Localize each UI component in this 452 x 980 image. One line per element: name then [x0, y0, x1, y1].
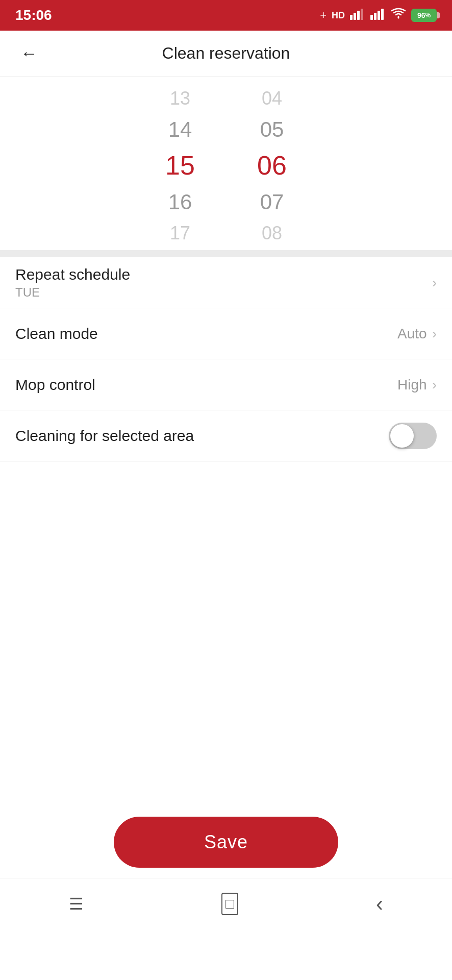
settings-item-clean-mode[interactable]: Clean mode Auto › — [0, 308, 452, 359]
mop-control-label: Mop control — [15, 376, 95, 394]
minute-item-4[interactable]: 08 — [252, 222, 292, 246]
svg-rect-0 — [350, 15, 353, 20]
hour-item-4[interactable]: 17 — [160, 222, 200, 246]
mop-control-chevron-icon: › — [432, 377, 437, 393]
hour-column[interactable]: 13 14 15 16 17 — [160, 87, 200, 245]
svg-rect-1 — [354, 13, 356, 20]
mop-control-right: High › — [397, 377, 437, 393]
signal-icon-1 — [350, 8, 365, 23]
clean-mode-right: Auto › — [397, 326, 437, 342]
menu-nav-icon[interactable]: ☰ — [69, 894, 84, 914]
settings-item-mop-control[interactable]: Mop control High › — [0, 359, 452, 410]
main-content: ← Clean reservation 13 14 15 16 17 04 05… — [0, 31, 452, 929]
svg-rect-4 — [370, 15, 373, 20]
hour-item-2[interactable]: 15 — [160, 149, 200, 183]
bluetooth-icon: + — [320, 9, 327, 22]
clean-mode-value: Auto — [397, 326, 427, 342]
cleaning-area-toggle[interactable] — [389, 423, 437, 449]
mop-control-value: High — [397, 377, 427, 393]
clean-mode-chevron-icon: › — [432, 326, 437, 342]
header: ← Clean reservation — [0, 31, 452, 77]
repeat-schedule-right: › — [432, 275, 437, 291]
page-title: Clean reservation — [162, 44, 290, 63]
time-picker[interactable]: 13 14 15 16 17 04 05 06 07 08 — [0, 77, 452, 251]
signal-icon-2 — [370, 8, 386, 23]
svg-rect-6 — [378, 11, 380, 20]
repeat-schedule-label: Repeat schedule — [15, 266, 130, 283]
wifi-icon — [391, 8, 406, 23]
settings-list: Repeat schedule TUE › Clean mode Auto › … — [0, 257, 452, 461]
status-time: 15:06 — [15, 7, 52, 23]
save-button-container: Save — [114, 817, 338, 868]
save-button[interactable]: Save — [114, 817, 338, 868]
settings-item-repeat-schedule[interactable]: Repeat schedule TUE › — [0, 257, 452, 308]
section-divider — [0, 251, 452, 257]
svg-rect-7 — [381, 9, 384, 20]
status-icons: + HD — [320, 8, 437, 23]
minute-item-2[interactable]: 06 — [252, 149, 292, 183]
chevron-right-icon: › — [432, 275, 437, 291]
minute-column[interactable]: 04 05 06 07 08 — [252, 87, 292, 245]
back-arrow-icon: ← — [20, 43, 38, 63]
status-bar: 15:06 + HD — [0, 0, 452, 31]
minute-item-3[interactable]: 07 — [252, 188, 292, 216]
minute-item-1[interactable]: 05 — [252, 116, 292, 144]
back-nav-icon[interactable]: ‹ — [376, 892, 383, 916]
hour-item-3[interactable]: 16 — [160, 188, 200, 216]
cleaning-area-label: Cleaning for selected area — [15, 427, 194, 445]
battery-icon: 96% — [411, 9, 437, 22]
hd-icon: HD — [332, 10, 345, 21]
bottom-nav: ☰ □ ‹ — [0, 878, 452, 929]
svg-rect-3 — [361, 9, 363, 20]
cleaning-area-right[interactable] — [389, 423, 437, 449]
repeat-schedule-sub: TUE — [15, 285, 130, 300]
settings-item-left-repeat: Repeat schedule TUE — [15, 266, 130, 300]
minute-item-0[interactable]: 04 — [252, 87, 292, 111]
clean-mode-label: Clean mode — [15, 325, 98, 342]
svg-rect-5 — [374, 13, 376, 20]
hour-item-1[interactable]: 14 — [160, 116, 200, 144]
settings-item-cleaning-area[interactable]: Cleaning for selected area — [0, 410, 452, 461]
toggle-knob — [390, 424, 414, 448]
svg-rect-2 — [357, 11, 360, 20]
hour-item-0[interactable]: 13 — [160, 87, 200, 111]
back-button[interactable]: ← — [15, 38, 43, 68]
home-nav-icon[interactable]: □ — [221, 893, 238, 915]
